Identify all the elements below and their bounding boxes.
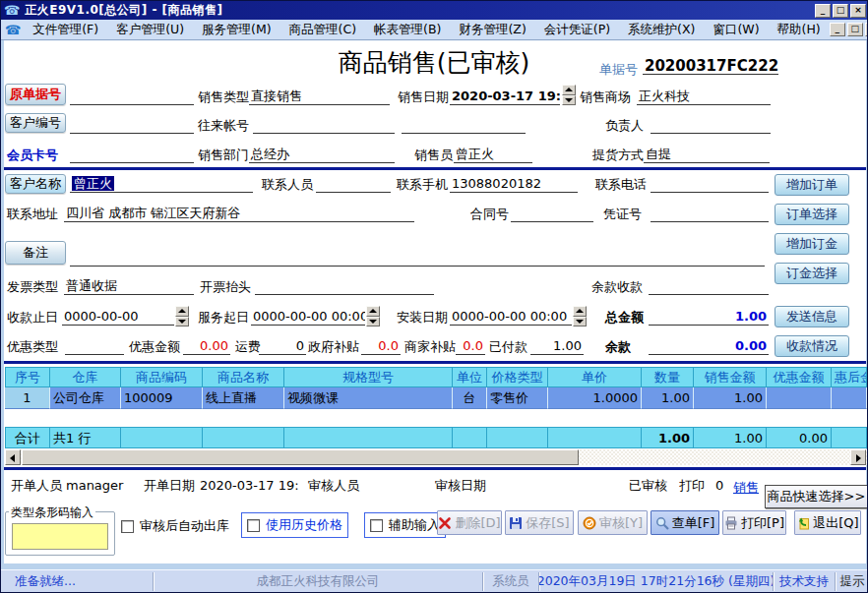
paid-field[interactable]: 1.00	[530, 337, 584, 355]
checkbox-icon[interactable]	[370, 519, 383, 532]
query-button[interactable]: 查单[F]	[651, 510, 719, 535]
voucher-field[interactable]	[651, 205, 769, 222]
minimize-icon[interactable]: _	[815, 4, 831, 18]
address-field[interactable]: 四川省 成都市 锦江区天府新谷	[64, 205, 414, 222]
column-header-price[interactable]: 单价	[548, 367, 642, 387]
add-order-button[interactable]: 增加订单	[775, 174, 849, 196]
spinner-down-icon[interactable]	[175, 317, 189, 327]
column-header-qty[interactable]: 数量	[642, 367, 694, 387]
mobile-field[interactable]: 13088020182	[450, 175, 578, 193]
assist-input-checkbox[interactable]: 辅助输入	[364, 512, 446, 538]
sale-date-spinner[interactable]	[562, 85, 576, 105]
cell-warehouse[interactable]: 公司仓库	[50, 387, 121, 409]
exit-button[interactable]: 退出[Q]	[794, 510, 861, 535]
menu-report[interactable]: 帐表管理(B)	[365, 20, 450, 40]
customer-no-button[interactable]: 客户编号	[5, 113, 66, 133]
customer-name-button[interactable]: 客户名称	[5, 174, 66, 194]
unlabeled-field[interactable]	[402, 116, 526, 134]
sale-dept-field[interactable]: 总经办	[249, 146, 395, 163]
cell-price[interactable]: 1.0000	[548, 387, 642, 409]
shop-subsidy-field[interactable]: 0.0	[456, 337, 485, 355]
menu-customer[interactable]: 客户管理(U)	[107, 20, 193, 40]
save-button[interactable]: 保存[S]	[505, 510, 574, 535]
close-icon[interactable]: ×	[850, 4, 866, 18]
customer-name-field[interactable]: 曾正火	[70, 175, 253, 193]
sales-link[interactable]: 销售	[733, 479, 759, 497]
invoice-title-field[interactable]	[255, 277, 434, 295]
cell-spec[interactable]: 视频微课	[284, 387, 453, 409]
scrollbar-thumb[interactable]	[22, 449, 579, 465]
menu-service[interactable]: 服务管理(M)	[193, 20, 280, 40]
column-header-code[interactable]: 商品编码	[121, 367, 203, 387]
collect-date-field[interactable]: 0000-00-00	[62, 308, 174, 326]
service-date-spinner[interactable]	[366, 306, 380, 326]
sale-type-field[interactable]: 直接销售	[249, 88, 390, 105]
cell-index[interactable]: 1	[5, 387, 50, 409]
menu-voucher[interactable]: 会计凭证(P)	[535, 20, 619, 40]
spinner-up-icon[interactable]	[366, 306, 380, 317]
status-support-link[interactable]: 技术支持	[774, 572, 836, 591]
member-card-field[interactable]	[70, 146, 194, 163]
menu-finance[interactable]: 财务管理(Z)	[450, 20, 534, 40]
payment-status-button[interactable]: 收款情况	[775, 335, 849, 357]
menu-help[interactable]: 帮助(H)	[769, 20, 830, 40]
checkbox-icon[interactable]	[247, 519, 260, 532]
menu-file[interactable]: 文件管理(F)	[24, 20, 107, 40]
account-no-field[interactable]	[253, 116, 395, 134]
quick-select-button[interactable]: 商品快速选择>>	[765, 485, 868, 508]
pickup-field[interactable]: 自提	[644, 146, 770, 163]
doc-no-field[interactable]: 20200317FC222	[643, 57, 778, 75]
collect-date-spinner[interactable]	[175, 306, 189, 326]
auto-outbound-checkbox[interactable]: 审核后自动出库	[121, 513, 229, 539]
cell-qty[interactable]: 1.00	[642, 387, 694, 409]
select-order-button[interactable]: 订单选择	[775, 204, 849, 225]
spinner-up-icon[interactable]	[562, 85, 576, 95]
print-button[interactable]: 打印[P]	[722, 510, 786, 535]
cell-code[interactable]: 100009	[121, 387, 203, 409]
install-date-field[interactable]: 0000-00-00 00:00	[450, 308, 572, 326]
discount-type-field[interactable]	[65, 337, 124, 355]
remark-button[interactable]: 备注	[5, 241, 66, 265]
invoice-type-field[interactable]: 普通收据	[64, 277, 194, 295]
remark-field[interactable]	[70, 249, 765, 267]
barcode-input[interactable]	[12, 523, 108, 550]
add-deposit-button[interactable]: 增加订金	[775, 233, 849, 255]
original-doc-field[interactable]	[70, 88, 194, 105]
leader-field[interactable]	[651, 116, 771, 134]
mdi-minimize-icon[interactable]: _	[830, 23, 845, 36]
cell-net[interactable]	[832, 387, 867, 409]
cell-amount[interactable]: 1.00	[694, 387, 767, 409]
cell-discount[interactable]	[767, 387, 832, 409]
column-header-name[interactable]: 商品名称	[203, 367, 284, 387]
menu-window[interactable]: 窗口(W)	[704, 20, 768, 40]
delete-button[interactable]: 删除[D]	[437, 510, 502, 535]
send-message-button[interactable]: 发送信息	[775, 306, 849, 327]
salesman-field[interactable]: 曾正火	[454, 146, 532, 163]
original-doc-button[interactable]: 原单据号	[5, 84, 66, 105]
column-header-net[interactable]: 惠后金额	[832, 367, 867, 387]
column-header-spec[interactable]: 规格型号	[284, 367, 453, 387]
phone-field[interactable]	[651, 175, 769, 193]
spinner-up-icon[interactable]	[175, 306, 189, 317]
horizontal-scrollbar[interactable]	[5, 449, 867, 465]
column-header-unit[interactable]: 单位	[453, 367, 487, 387]
maximize-icon[interactable]: □	[833, 4, 848, 18]
customer-no-field[interactable]	[70, 116, 194, 134]
cell-pricetype[interactable]: 零售价	[487, 387, 548, 409]
gov-subsidy-field[interactable]: 0.0	[361, 337, 401, 355]
freight-field[interactable]: 0	[259, 337, 306, 355]
menu-product[interactable]: 商品管理(C)	[280, 20, 365, 40]
column-header-index[interactable]: 序号	[5, 367, 50, 387]
column-header-warehouse[interactable]: 仓库	[50, 367, 121, 387]
contact-person-field[interactable]	[316, 175, 391, 193]
contract-field[interactable]	[511, 205, 593, 222]
cell-name[interactable]: 线上直播	[203, 387, 284, 409]
spinner-down-icon[interactable]	[366, 317, 380, 327]
sale-date-field[interactable]: 2020-03-17 19:57	[450, 88, 560, 105]
balance-due-field[interactable]	[649, 277, 769, 295]
column-header-discount[interactable]: 优惠金额	[767, 367, 832, 387]
scroll-left-icon[interactable]	[5, 449, 21, 465]
service-date-field[interactable]: 0000-00-00 00:00	[251, 308, 365, 326]
column-header-pricetype[interactable]: 价格类型	[487, 367, 548, 387]
audit-button[interactable]: 审核[Y]	[578, 510, 648, 535]
